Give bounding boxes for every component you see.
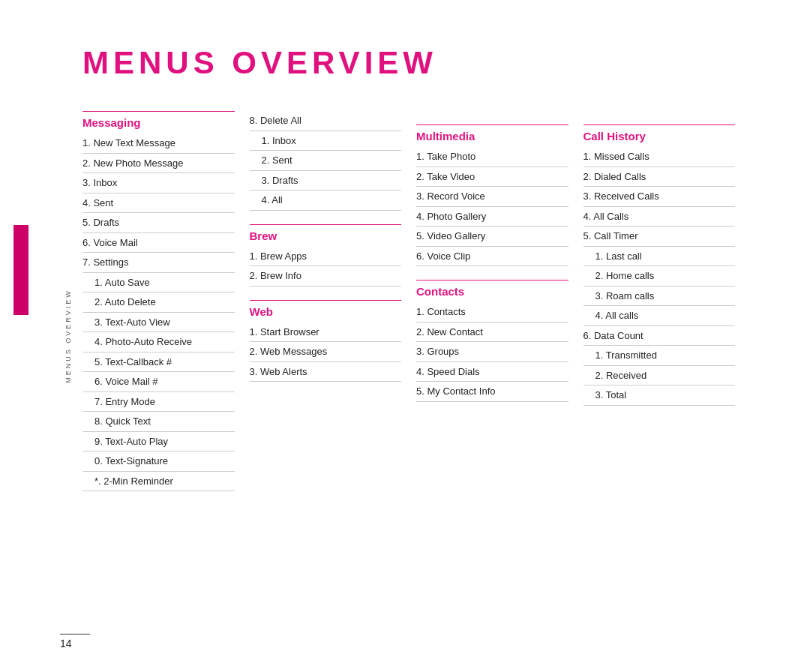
menu-item: 3. Total bbox=[584, 386, 736, 406]
menu-item: 7. Settings bbox=[82, 253, 235, 273]
menu-item: 4. Photo Gallery bbox=[416, 207, 568, 227]
section-header-call-history: Call History bbox=[584, 124, 736, 146]
menu-item: 1. Missed Calls bbox=[584, 147, 736, 167]
section-header-contacts: Contacts bbox=[416, 280, 568, 301]
menu-item: 3. Web Alerts bbox=[250, 362, 402, 382]
menu-item: *. 2-Min Reminder bbox=[82, 472, 235, 492]
menu-item: 1. New Text Message bbox=[82, 134, 235, 154]
menu-item: 0. Text-Signature bbox=[82, 452, 235, 472]
menu-item: 2. Take Video bbox=[416, 167, 568, 188]
menu-item: 6. Voice Mail # bbox=[82, 372, 235, 392]
menu-item: 8. Delete All bbox=[250, 111, 402, 131]
menu-item: 3. Roam calls bbox=[584, 286, 736, 307]
menu-item: 8. Quick Text bbox=[82, 412, 235, 432]
menu-item: 6. Voice Clip bbox=[416, 247, 568, 267]
page-number: 14 bbox=[60, 638, 90, 650]
column-brew-web: 8. Delete All1. Inbox2. Sent3. Drafts4. … bbox=[250, 111, 417, 491]
menu-item: 1. Start Browser bbox=[250, 322, 402, 343]
menu-item: 3. Inbox bbox=[82, 173, 235, 194]
menu-item: 3. Received Calls bbox=[584, 187, 736, 207]
column-messaging: Messaging1. New Text Message2. New Photo… bbox=[82, 111, 250, 491]
menu-item: 5. Video Gallery bbox=[416, 226, 568, 247]
menu-item: 4. All Calls bbox=[584, 207, 736, 227]
column-call-history: Call History1. Missed Calls2. Dialed Cal… bbox=[584, 111, 751, 491]
menu-item: 4. All calls bbox=[584, 306, 736, 326]
menu-item: 1. Take Photo bbox=[416, 147, 568, 167]
column-multimedia-contacts: Multimedia1. Take Photo2. Take Video3. R… bbox=[416, 111, 584, 491]
menu-item: 2. Sent bbox=[250, 151, 402, 171]
page-title: MENUS OVERVIEW bbox=[82, 45, 750, 81]
menu-item: 1. Brew Apps bbox=[250, 247, 402, 267]
section-header-messaging: Messaging bbox=[82, 111, 235, 132]
menu-item: 9. Text-Auto Play bbox=[82, 432, 235, 452]
menu-item: 3. Groups bbox=[416, 342, 568, 362]
menu-item: 2. Dialed Calls bbox=[584, 167, 736, 188]
menu-item: 4. Sent bbox=[82, 194, 235, 214]
menu-item: 2. New Contact bbox=[416, 322, 568, 343]
menu-item: 4. Photo-Auto Receive bbox=[82, 332, 235, 352]
menu-item: 6. Data Count bbox=[584, 326, 736, 346]
menu-item: 7. Entry Mode bbox=[82, 392, 235, 412]
section-header-multimedia: Multimedia bbox=[416, 124, 568, 146]
menu-item: 1. Auto Save bbox=[82, 273, 235, 293]
menu-item: 5. Drafts bbox=[82, 213, 235, 233]
menu-item: 5. My Contact Info bbox=[416, 382, 568, 402]
sidebar-bar bbox=[14, 225, 28, 315]
menu-item: 3. Drafts bbox=[250, 171, 402, 191]
page-number-area: 14 bbox=[60, 634, 90, 650]
menu-item: 2. Web Messages bbox=[250, 342, 402, 362]
menu-item: 1. Contacts bbox=[416, 302, 568, 322]
menu-item: 6. Voice Mail bbox=[82, 233, 235, 254]
menu-item: 4. Speed Dials bbox=[416, 362, 568, 382]
menu-item: 4. All bbox=[250, 190, 402, 211]
menu-item: 2. Received bbox=[584, 366, 736, 386]
menu-item: 2. Brew Info bbox=[250, 266, 402, 286]
sidebar-label: MENUS OVERVIEW bbox=[64, 289, 72, 382]
page-number-line bbox=[60, 634, 90, 634]
menu-item: 1. Transmitted bbox=[584, 346, 736, 366]
menu-item: 1. Inbox bbox=[250, 131, 402, 152]
menu-item: 3. Text-Auto View bbox=[82, 313, 235, 333]
menu-item: 5. Call Timer bbox=[584, 226, 736, 247]
menu-item: 2. New Photo Message bbox=[82, 154, 235, 174]
menu-item: 2. Home calls bbox=[584, 266, 736, 286]
section-header-brew: Brew bbox=[250, 224, 402, 245]
menu-item: 2. Auto Delete bbox=[82, 292, 235, 313]
menu-item: 3. Record Voice bbox=[416, 187, 568, 207]
page-container: MENUS OVERVIEW MENUS OVERVIEW Messaging1… bbox=[0, 0, 810, 672]
menu-item: 1. Last call bbox=[584, 247, 736, 267]
section-header-web: Web bbox=[250, 300, 402, 321]
columns-wrapper: Messaging1. New Text Message2. New Photo… bbox=[82, 111, 750, 491]
menu-item: 5. Text-Callback # bbox=[82, 352, 235, 373]
